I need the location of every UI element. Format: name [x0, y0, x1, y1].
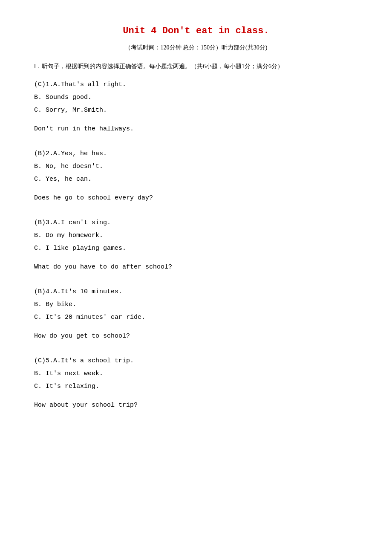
q3-option-b: B. Do my homework.	[34, 229, 358, 242]
question-2: (B)2.A.Yes, he has. B. No, he doesn't. C…	[34, 147, 358, 205]
q3-option-c: C. I like playing games.	[34, 242, 358, 255]
q4-prompt: How do you get to school?	[34, 330, 358, 343]
section-header: Ⅰ．听句子，根据听到的内容选择正确答语。每小题念两遍。（共6小题，每小题1分；满…	[34, 61, 358, 72]
q3-option-a-text: A.I can't sing.	[53, 219, 111, 226]
q1-option-c: C. Sorry, Mr.Smith.	[34, 104, 358, 117]
q3-number: 3.	[46, 219, 53, 226]
q4-option-b: B. By bike.	[34, 298, 358, 311]
q2-option-a-text: A.Yes, he has.	[53, 150, 107, 157]
q1-option-a-text: A.That's all right.	[53, 81, 126, 88]
q2-prompt: Does he go to school every day?	[34, 192, 358, 205]
q2-option-c: C. Yes, he can.	[34, 173, 358, 186]
q5-option-c: C. It's relaxing.	[34, 380, 358, 393]
q4-option-a-text: A.It's 10 minutes.	[53, 288, 122, 295]
question-4: (B)4.A.It's 10 minutes. B. By bike. C. I…	[34, 286, 358, 343]
q4-option-a: (B)4.A.It's 10 minutes.	[34, 286, 358, 298]
q1-prompt: Don't run in the hallways.	[34, 123, 358, 136]
q3-answer-marker: (B)	[34, 219, 46, 226]
page-title: Unit 4 Don't eat in class.	[34, 26, 358, 36]
q1-number: 1.	[46, 81, 53, 88]
question-3: (B)3.A.I can't sing. B. Do my homework. …	[34, 217, 358, 274]
q2-number: 2.	[46, 150, 53, 157]
q1-option-a: (C)1.A.That's all right.	[34, 78, 358, 91]
q1-option-b: B. Sounds good.	[34, 91, 358, 104]
q3-option-a: (B)3.A.I can't sing.	[34, 217, 358, 229]
q3-prompt: What do you have to do after school?	[34, 261, 358, 274]
q4-option-c: C. It's 20 minutes' car ride.	[34, 311, 358, 324]
q1-answer-marker: (C)	[34, 81, 46, 88]
exam-info: （考试时间：120分钟 总分：150分）听力部分(共30分)	[34, 44, 358, 52]
q5-answer-marker: (C)	[34, 357, 46, 364]
q5-option-b: B. It's next week.	[34, 367, 358, 380]
q4-number: 4.	[46, 288, 53, 295]
q2-option-b: B. No, he doesn't.	[34, 160, 358, 173]
q4-answer-marker: (B)	[34, 288, 46, 295]
q2-answer-marker: (B)	[34, 150, 46, 157]
q5-option-a: (C)5.A.It's a school trip.	[34, 355, 358, 367]
q5-number: 5.	[46, 357, 53, 364]
q5-option-a-text: A.It's a school trip.	[53, 357, 134, 364]
question-5: (C)5.A.It's a school trip. B. It's next …	[34, 355, 358, 412]
q5-prompt: How about your school trip?	[34, 399, 358, 412]
question-1: (C)1.A.That's all right. B. Sounds good.…	[34, 78, 358, 136]
q2-option-a: (B)2.A.Yes, he has.	[34, 147, 358, 160]
